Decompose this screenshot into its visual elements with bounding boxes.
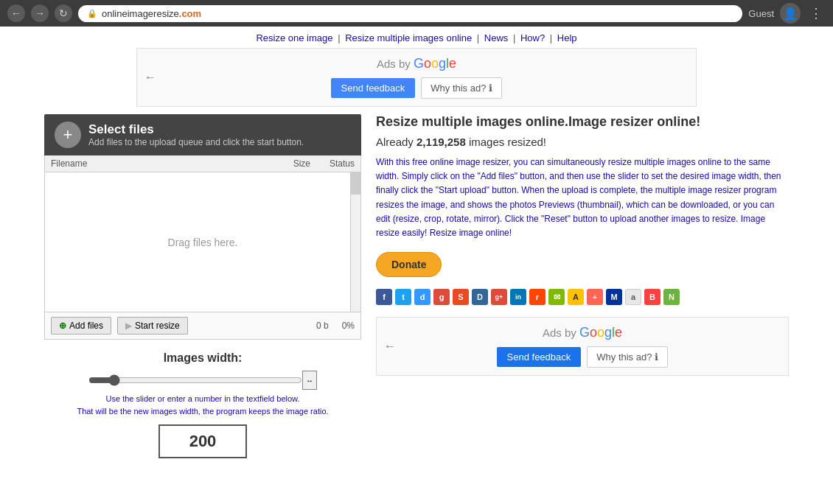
address-bar[interactable]: 🔒 onlineimageresize.com [78, 5, 742, 22]
twitter-icon[interactable]: t [395, 289, 411, 305]
progress-pct: 0% [342, 321, 355, 331]
googleplus-icon[interactable]: g+ [491, 289, 507, 305]
add-files-button[interactable]: ⊕ Add files [51, 317, 111, 335]
refresh-button[interactable]: ↻ [55, 4, 72, 22]
col-filename: Filename [51, 158, 251, 169]
slider-row: ↔ [44, 371, 361, 390]
linkedin-icon[interactable]: in [510, 289, 526, 305]
right-panel: Resize multiple images online.Image resi… [376, 114, 789, 458]
info-icon: ℹ [489, 83, 492, 94]
width-control: Images width: ↔ Use the slider or enter … [44, 351, 361, 458]
myspace-icon[interactable]: M [606, 289, 622, 305]
file-table-header: Filename Size Status [44, 155, 361, 172]
why-this-ad-button-bottom[interactable]: Why this ad? ℹ [587, 346, 668, 368]
drop-zone[interactable]: Drag files here. [44, 172, 361, 312]
width-hint: Use the slider or enter a number in the … [44, 393, 361, 417]
scrollbar[interactable] [350, 172, 360, 312]
page-title: Resize multiple images online.Image resi… [376, 114, 789, 130]
addthis-icon[interactable]: + [587, 289, 603, 305]
scrollbar-thumb [351, 172, 360, 195]
add-icon-circle: + [55, 122, 81, 148]
nav-help[interactable]: Help [557, 32, 577, 43]
file-size-total: 0 b [316, 321, 329, 331]
info-icon-bottom: ℹ [655, 351, 658, 363]
reddit-icon[interactable]: r [529, 289, 546, 305]
upload-footer: ⊕ Add files ▶ Start resize 0 b 0% [44, 312, 361, 340]
description: With this free online image resizer, you… [376, 155, 789, 240]
stumbleupon-icon[interactable]: S [453, 289, 469, 305]
add-files-icon: ⊕ [59, 321, 66, 331]
col-size: Size [251, 158, 310, 169]
start-resize-button[interactable]: ▶ Start resize [117, 317, 188, 335]
nav-resize-one[interactable]: Resize one image [256, 32, 332, 43]
upload-panel: + Select files Add files to the upload q… [44, 114, 361, 458]
send-feedback-button-bottom[interactable]: Send feedback [497, 347, 582, 367]
top-ad-banner: ← Ads by Google Send feedback Why this a… [136, 48, 697, 107]
ad-actions: Send feedback Why this ad? ℹ [331, 77, 503, 99]
drop-text: Drag files here. [168, 237, 238, 248]
nav-how[interactable]: How? [520, 32, 545, 43]
why-this-ad-button-top[interactable]: Why this ad? ℹ [421, 77, 502, 99]
lock-icon: 🔒 [87, 9, 97, 18]
bottom-ad-actions: Send feedback Why this ad? ℹ [497, 346, 669, 368]
facebook-icon[interactable]: f [376, 289, 392, 305]
plus-icon: + [63, 125, 73, 144]
ads-by-label: Ads by Google [377, 56, 456, 71]
width-display: 200 [158, 424, 247, 458]
blinklist-icon[interactable]: B [644, 289, 661, 305]
mail-icon[interactable]: ✉ [548, 289, 565, 305]
user-button[interactable]: 👤 [780, 3, 801, 24]
top-nav: Resize one image | Resize multiple image… [0, 27, 833, 48]
browser-chrome: ← → ↻ 🔒 onlineimageresize.com Guest 👤 ⋮ [0, 0, 833, 27]
width-label: Images width: [44, 351, 361, 365]
delicious-icon[interactable]: d [414, 289, 431, 305]
main-content: + Select files Add files to the upload q… [0, 114, 833, 458]
back-button[interactable]: ← [7, 4, 25, 22]
nav-resize-multiple[interactable]: Resize multiple images online [345, 32, 472, 43]
upload-subtitle: Add files to the upload queue and click … [88, 137, 304, 147]
bottom-ad-banner: ← Ads by Google Send feedback Why this a… [376, 317, 789, 376]
start-icon: ▶ [125, 321, 132, 331]
digg-icon[interactable]: D [472, 289, 488, 305]
forward-button[interactable]: → [31, 4, 49, 22]
donate-button[interactable]: Donate [376, 252, 442, 277]
upload-title: Select files [88, 122, 304, 137]
guest-label: Guest [748, 8, 774, 19]
url-text: onlineimageresize.com [102, 8, 201, 19]
menu-button[interactable]: ⋮ [806, 2, 826, 24]
aim2-icon[interactable]: a [625, 289, 641, 305]
bottom-ads-by-label: Ads by Google [543, 325, 622, 340]
images-resized: Already 2,119,258 images resized! [376, 136, 789, 148]
aim-icon[interactable]: A [568, 289, 584, 305]
send-feedback-button-top[interactable]: Send feedback [331, 78, 416, 98]
slider-thumb: ↔ [302, 371, 317, 390]
bottom-ad-back-arrow[interactable]: ← [384, 340, 396, 353]
social-icons-row: f t d g S D g+ in r ✉ A + M a B N [376, 289, 789, 305]
nav-news[interactable]: News [484, 32, 509, 43]
col-status: Status [310, 158, 355, 169]
ad-back-arrow[interactable]: ← [144, 71, 156, 84]
width-slider[interactable] [88, 373, 302, 388]
upload-header: + Select files Add files to the upload q… [44, 114, 361, 155]
newsvine-icon[interactable]: N [663, 289, 680, 305]
google-icon[interactable]: g [433, 289, 450, 305]
